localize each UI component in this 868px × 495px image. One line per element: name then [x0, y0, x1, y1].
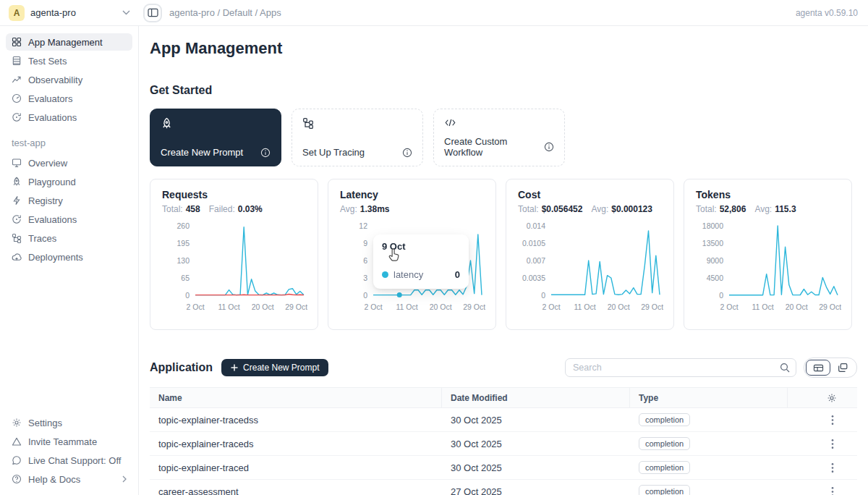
get-started-cards: Create New Prompt Set Up Tracing [150, 109, 857, 166]
app-name: career-assessment [150, 486, 442, 495]
workspace-selector[interactable]: A agenta-pro [0, 0, 139, 25]
sidebar-item-app-management[interactable]: App Management [6, 33, 132, 51]
column-date-modified[interactable]: Date Modified [442, 388, 630, 407]
chart-title: Latency [340, 189, 484, 200]
evaluations-icon [12, 214, 22, 224]
sidebar-item-observability[interactable]: Observability [6, 71, 132, 88]
workspace-name: agenta-pro [30, 7, 76, 18]
sidebar-item-evaluations[interactable]: Evaluations [6, 109, 132, 126]
sidebar-item-live-chat-support-off[interactable]: Live Chat Support: Off [6, 452, 132, 469]
svg-text:11 Oct: 11 Oct [396, 302, 417, 311]
date-modified: 30 Oct 2025 [442, 462, 630, 473]
breadcrumb[interactable]: agenta-pro / Default / Apps [169, 7, 281, 18]
svg-text:20 Oct: 20 Oct [608, 302, 630, 311]
page-title: App Management [150, 39, 857, 58]
chart-title: Requests [162, 189, 306, 200]
sidebar-item-test-sets[interactable]: Test Sets [6, 52, 132, 69]
create-new-prompt-button[interactable]: Create New Prompt [221, 359, 328, 376]
sidebar-item-overview[interactable]: Overview [6, 154, 132, 172]
table-row[interactable]: career-assessment 27 Oct 2025 completion [150, 480, 857, 495]
svg-text:13500: 13500 [702, 239, 723, 248]
svg-text:29 Oct: 29 Oct [819, 302, 841, 311]
row-actions-button[interactable] [831, 486, 834, 495]
row-actions-button[interactable] [831, 462, 834, 473]
svg-text:20 Oct: 20 Oct [252, 302, 274, 311]
topbar-main: agenta-pro / Default / Apps agenta v0.59… [139, 0, 868, 25]
svg-text:20 Oct: 20 Oct [430, 302, 452, 311]
tokens-line-chart[interactable]: 04500900013500180002 Oct11 Oct20 Oct29 O… [696, 220, 841, 314]
row-actions-button[interactable] [831, 439, 834, 449]
gauge-icon [12, 93, 22, 103]
table-view-button[interactable] [806, 360, 830, 376]
sidebar-item-label: Observability [28, 75, 82, 85]
card-label: Set Up Tracing [302, 147, 365, 158]
metrics-cards: Requests Total:458Failed:0.03% 065130195… [150, 179, 857, 330]
date-modified: 30 Oct 2025 [442, 439, 630, 449]
svg-text:4500: 4500 [707, 274, 724, 282]
table-row[interactable]: topic-explainer-traced 30 Oct 2025 compl… [150, 456, 857, 480]
search-input[interactable] [573, 363, 775, 373]
sidebar-item-traces[interactable]: Traces [6, 229, 132, 247]
workspace-avatar: A [9, 5, 25, 21]
cost-line-chart[interactable]: 00.00350.0070.01050.0142 Oct11 Oct20 Oct… [518, 220, 663, 314]
evaluations-icon [12, 112, 22, 122]
sidebar-item-deployments[interactable]: Deployments [6, 248, 132, 266]
triangle-icon [12, 436, 22, 447]
sidebar-item-registry[interactable]: Registry [6, 192, 132, 209]
sidebar-item-help-docs[interactable]: Help & Docs [6, 470, 132, 488]
requests-chart-card: Requests Total:458Failed:0.03% 065130195… [150, 179, 318, 330]
svg-text:9000: 9000 [707, 256, 724, 265]
info-icon[interactable] [402, 148, 412, 158]
svg-text:0: 0 [719, 291, 723, 300]
chart-stats: Total:$0.056452Avg:$0.000123 [518, 204, 662, 214]
set-up-tracing-card[interactable]: Set Up Tracing [292, 109, 423, 166]
sidebar-collapse-button[interactable] [143, 4, 162, 22]
svg-text:12: 12 [359, 221, 367, 230]
sidebar-item-settings[interactable]: Settings [6, 414, 132, 431]
card-label: Create New Prompt [161, 147, 243, 158]
svg-text:0: 0 [185, 291, 190, 300]
type-badge: completion [639, 461, 690, 474]
svg-text:2 Oct: 2 Oct [542, 302, 560, 311]
main-content: App Management Get Started Create New Pr… [139, 26, 868, 495]
svg-text:195: 195 [176, 239, 190, 248]
table-row[interactable]: topic-explainer-traceds 30 Oct 2025 comp… [150, 432, 857, 456]
bolt-icon [12, 195, 22, 206]
svg-text:18000: 18000 [702, 221, 723, 230]
svg-text:2 Oct: 2 Oct [364, 302, 382, 311]
help-icon [12, 474, 22, 484]
view-toggle [804, 358, 857, 378]
create-custom-workflow-card[interactable]: Create Custom Workflow [433, 109, 565, 166]
requests-line-chart[interactable]: 0651301952602 Oct11 Oct20 Oct29 Oct [162, 220, 307, 314]
sidebar-item-evaluations[interactable]: Evaluations [6, 211, 132, 228]
sidebar-item-evaluators[interactable]: Evaluators [6, 90, 132, 107]
chevron-right-icon [122, 475, 127, 483]
rocket-icon [161, 117, 271, 130]
column-name[interactable]: Name [150, 388, 442, 407]
svg-text:11 Oct: 11 Oct [752, 302, 773, 311]
tracing-tree-icon [302, 117, 412, 129]
sidebar-item-playground[interactable]: Playground [6, 173, 132, 190]
application-title: Application [150, 361, 213, 374]
row-actions-button[interactable] [831, 415, 834, 426]
svg-text:260: 260 [176, 221, 190, 230]
sidebar-item-invite-teammate[interactable]: Invite Teammate [6, 433, 132, 450]
info-icon[interactable] [544, 142, 554, 152]
card-view-button[interactable] [830, 360, 855, 376]
create-new-prompt-card[interactable]: Create New Prompt [150, 109, 281, 166]
svg-text:65: 65 [181, 274, 190, 282]
column-settings[interactable] [788, 388, 851, 407]
svg-text:6: 6 [363, 256, 367, 265]
get-started-title: Get Started [150, 84, 857, 97]
svg-text:130: 130 [176, 256, 190, 265]
type-badge: completion [639, 413, 690, 426]
sidebar-item-label: Test Sets [28, 56, 67, 67]
sidebar-footer-nav: SettingsInvite TeammateLive Chat Support… [6, 414, 132, 489]
info-icon[interactable] [260, 148, 271, 158]
search-icon[interactable] [780, 363, 790, 373]
app-name: topic-explainer-tracedss [150, 415, 442, 426]
sidebar-app-nav: OverviewPlaygroundRegistryEvaluationsTra… [6, 154, 132, 267]
column-type[interactable]: Type [630, 388, 788, 407]
observability-icon [12, 75, 22, 85]
table-row[interactable]: topic-explainer-tracedss 30 Oct 2025 com… [150, 408, 857, 432]
